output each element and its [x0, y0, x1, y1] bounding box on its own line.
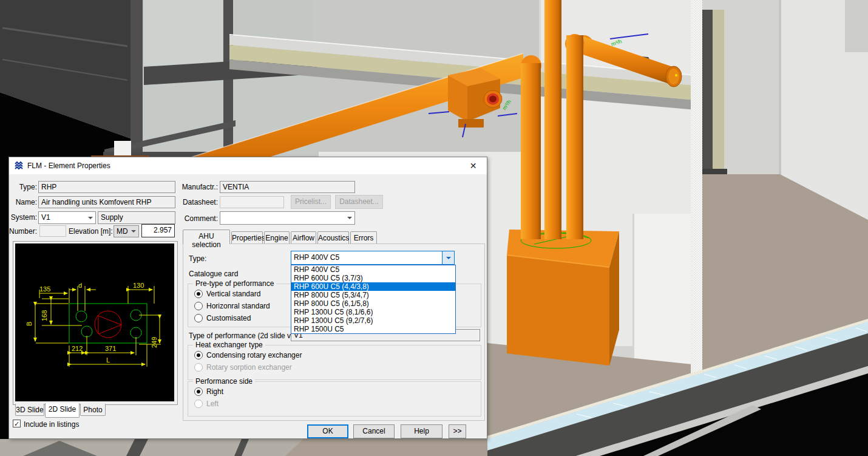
number-field — [39, 225, 66, 237]
type-perf-label: Type of performance (2d slide view) — [189, 332, 304, 340]
dialog-title: FLM - Element Properties — [27, 162, 110, 170]
help-button[interactable]: Help — [401, 424, 442, 438]
svg-text:d: d — [78, 282, 82, 289]
radio-vertical-standard[interactable]: Vertical standard — [194, 289, 260, 299]
more-button[interactable]: >> — [449, 424, 466, 438]
radio-horizontal-standard[interactable]: Horizonral standard — [194, 301, 270, 311]
2d-slide-canvas: 135 d 130 168 B 212 371 L 249 — [15, 243, 174, 401]
ahu-box — [507, 230, 619, 366]
dialog-titlebar[interactable]: FLM - Element Properties ✕ — [9, 157, 487, 174]
system-mode-field: Supply — [98, 211, 175, 224]
dropdown-option[interactable]: RHP 800U C5 (6,1/5,8) — [291, 299, 455, 308]
svg-text:212: 212 — [72, 345, 83, 352]
tab-2d-slide[interactable]: 2D Slide — [45, 403, 80, 418]
radio-rotary-sorption: Rotary sorption exchanger — [194, 362, 292, 372]
svg-text:168: 168 — [41, 310, 48, 321]
element-properties-dialog: FLM - Element Properties ✕ Type: RHP Nam… — [8, 157, 487, 439]
datasheet-field — [220, 196, 284, 208]
chevron-down-icon — [446, 257, 451, 259]
elevation-value-field[interactable]: 2.957 — [141, 224, 175, 237]
radio-left: Left — [194, 399, 219, 409]
ahu-type-dropdown-list: RHP 400V C5 RHP 600U C5 (3,7/3) RHP 600U… — [291, 265, 456, 334]
type-field[interactable]: RHP — [38, 181, 175, 193]
ok-button[interactable]: OK — [307, 424, 348, 438]
comment-combo[interactable] — [220, 211, 355, 225]
chevron-down-icon — [131, 230, 136, 233]
dropdown-option[interactable]: RHP 600U C5 (3,7/3) — [291, 274, 455, 282]
tab-photo[interactable]: Photo — [80, 404, 106, 416]
dropdown-option[interactable]: RHP 1300U C5 (8,1/6,6) — [291, 308, 455, 316]
dropdown-option-highlighted[interactable]: RHP 600U C5 (4,4/3,8) — [291, 282, 455, 291]
ahu-type-combo[interactable]: RHP 400V C5 — [291, 251, 455, 265]
radio-icon — [194, 314, 203, 322]
number-label: Number: — [9, 227, 37, 236]
tab-errors[interactable]: Errors — [350, 231, 377, 244]
radio-customised[interactable]: Customisated — [194, 313, 251, 323]
chevron-down-icon — [347, 217, 352, 219]
app-icon — [14, 161, 24, 171]
radio-icon — [194, 387, 203, 396]
dropdown-option[interactable]: RHP 400V C5 — [291, 265, 455, 274]
heat-exchanger-group: Heat exchanger type Condensing rotary ex… — [188, 345, 481, 380]
system-combo[interactable]: V1 — [38, 211, 96, 224]
tab-3d-slide[interactable]: 3D Slide — [15, 404, 44, 416]
svg-text:L: L — [106, 356, 110, 364]
radio-icon — [194, 400, 203, 408]
system-label: System: — [9, 213, 37, 222]
dimension-labels: 135 d 130 168 B 212 371 L 249 — [25, 282, 158, 364]
wall-pillar — [691, 0, 702, 374]
dropdown-option[interactable]: RHP 800U C5 (5,3/4,7) — [291, 291, 455, 299]
datasheet-button: Datasheet... — [335, 195, 383, 209]
radio-icon — [194, 290, 203, 298]
performance-side-group: Performance side Right Left — [188, 381, 481, 417]
preview-frame: 135 d 130 168 B 212 371 L 249 — [13, 241, 178, 405]
radio-condensing-rotary[interactable]: Condensing rotary exchanger — [194, 350, 302, 360]
radio-icon — [194, 351, 203, 359]
catalogue-card-label: Catalogue card — [189, 270, 238, 278]
pricelist-button: Pricelist... — [291, 195, 331, 209]
name-field[interactable]: Air handling units Komfovent RHP — [38, 196, 175, 208]
dropdown-option[interactable]: RHP 1500U C5 — [291, 325, 455, 333]
tab-engine[interactable]: Engine — [264, 231, 290, 244]
type-label: Type: — [12, 183, 37, 191]
chevron-down-icon — [88, 217, 93, 219]
svg-text:249: 249 — [151, 337, 158, 348]
svg-text:371: 371 — [105, 345, 116, 352]
close-icon[interactable]: ✕ — [459, 157, 487, 174]
elevation-label: Elevation [m]: — [69, 227, 111, 236]
dropdown-option[interactable]: RHP 1300U C5 (9,2/7,6) — [291, 316, 455, 325]
cancel-button[interactable]: Cancel — [353, 424, 395, 438]
include-listings-label: Include in listings — [24, 420, 79, 429]
include-listings-checkbox[interactable]: ✓ — [13, 420, 21, 427]
tab-acoustics[interactable]: Acoustics — [317, 231, 349, 244]
elevation-ref-combo[interactable]: MD — [114, 225, 139, 237]
datasheet-label: Datasheet: — [179, 198, 218, 206]
ahu-type-label: Type: — [189, 254, 206, 263]
tab-ahu-selection[interactable]: AHU selection — [183, 230, 230, 244]
fan-symbol — [95, 311, 121, 338]
name-label: Name: — [12, 198, 37, 206]
combo-dropdown-button[interactable] — [442, 251, 454, 264]
comment-label: Comment: — [179, 214, 218, 223]
radio-icon — [194, 302, 203, 310]
tab-airflow[interactable]: Airflow — [291, 231, 316, 244]
svg-text:135: 135 — [39, 285, 50, 293]
unit-outline — [69, 304, 147, 343]
manufacturer-field: VENTIA — [220, 181, 355, 193]
tab-properties[interactable]: Properties — [231, 231, 263, 244]
svg-text:B: B — [25, 322, 33, 326]
manufacturer-label: Manufactr.: — [179, 183, 218, 191]
radio-right[interactable]: Right — [194, 387, 223, 396]
radio-icon — [194, 363, 203, 372]
svg-text:130: 130 — [133, 282, 144, 289]
